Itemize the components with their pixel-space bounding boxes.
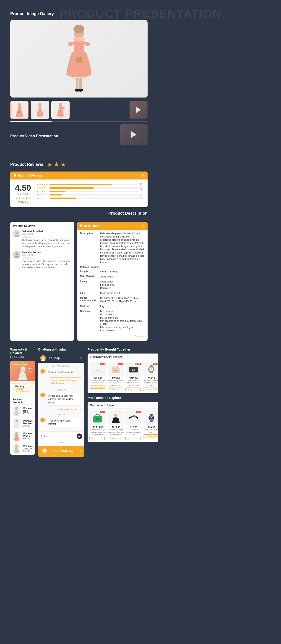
related-item-2[interactable]: Women's Standard $45.00 — [10, 417, 35, 430]
thumbnail-2[interactable] — [31, 101, 49, 119]
sale-badge-4: SALE — [153, 363, 158, 365]
add-to-cart-3[interactable]: 🛒 Add to Cart — [125, 388, 140, 391]
talk-with-us-button[interactable]: Talk With Us ∧ — [38, 446, 84, 457]
thumbnail-4-video[interactable] — [129, 101, 148, 119]
svg-point-27 — [15, 407, 18, 410]
fbt-name-1: Women's LifeStyle Stretch Sandals — [90, 380, 106, 384]
more-items-col-title: More Items to Explore — [88, 396, 158, 400]
view-more-link[interactable]: View More — [80, 334, 145, 338]
more-price-3: $15.00 — [125, 426, 142, 429]
reviews-title: Product Reviews — [10, 162, 43, 167]
rating-header-action[interactable]: ⟳ — [141, 173, 144, 178]
rating-header-label: Rating & Reviews — [18, 174, 43, 177]
svg-point-55 — [133, 415, 135, 416]
video-thumbnail-large[interactable] — [120, 124, 148, 145]
svg-rect-49 — [150, 372, 153, 373]
add-to-cart-1[interactable]: 🛒 Add to Cart — [90, 385, 105, 389]
related-thumb-4 — [12, 444, 21, 453]
desc-label-cautions: Cautions — [80, 310, 98, 332]
chat-close-button[interactable]: ✕ — [79, 356, 82, 360]
thumbnail-1[interactable] — [10, 101, 28, 119]
more-add-to-cart-2[interactable]: 🛒 Add to Cart — [108, 437, 123, 440]
warranty-col: Warranty &Related Products Amazing Offer… — [10, 348, 35, 457]
fbt-price-1: $420.00 — [90, 377, 106, 380]
related-products-title: Related Products — [10, 396, 35, 404]
bar-fill-5 — [49, 184, 112, 185]
bar-track-3 — [49, 191, 138, 192]
talk-btn-icon — [41, 448, 48, 454]
more-add-to-cart-4[interactable]: 🛒 Add to Cart — [143, 434, 158, 438]
more-add-to-cart-1[interactable]: 🛒 Add to Cart — [89, 437, 104, 440]
add-to-cart-2[interactable]: 🛒 Add to Cart — [108, 388, 123, 391]
chat-header: The Shop ✕ — [38, 354, 84, 363]
svg-point-10 — [78, 89, 83, 92]
chat-card: The Shop ✕ 04 APRIL 05:56 PM How can we … — [38, 354, 84, 457]
more-add-label-2: Add to Cart — [112, 437, 121, 440]
bar-fill-1 — [49, 198, 76, 199]
promo-text: JUST FOR YOU — [23, 368, 32, 374]
desc-header-left: ☰ Description — [80, 224, 99, 228]
chat-icon — [43, 450, 46, 453]
fbt-thumb-3: SALE — [125, 362, 141, 376]
bar-count-1: 25 — [139, 197, 144, 199]
slider-bar[interactable] — [10, 121, 148, 122]
cart-icon-3: 🛒 — [127, 388, 129, 390]
sale-badge-3: SALE — [135, 363, 141, 365]
svg-point-33 — [15, 444, 18, 447]
desc-row-measurements: Model measurements Bust 32" / 81 cm, Hei… — [80, 297, 145, 303]
review-content-2: Camelia Arches 2019-2021 ★★★★★ This mist… — [22, 251, 71, 269]
desc-header-close[interactable]: ✕ — [142, 224, 145, 228]
svg-rect-62 — [150, 421, 153, 422]
fbt-name-2: Elite Novelty Triple Compartment Shoulde… — [108, 380, 124, 387]
fbt-price-2: $315.00 — [108, 377, 124, 380]
svg-rect-13 — [18, 111, 20, 113]
chat-msg-avatar-2 — [40, 393, 45, 397]
desc-value-made: Italy — [100, 305, 104, 308]
more-item-3: SALE $15.00 3 FLOWERS HEADBAND Blue 35 🛒… — [125, 410, 142, 440]
svg-rect-30 — [15, 422, 18, 425]
svg-rect-40 — [114, 370, 117, 371]
related-item-4[interactable]: Women's Long Off $29.00 — [10, 442, 35, 455]
star-3: ★ — [60, 161, 66, 168]
fbt-item-4: SALE $1,215 Women's Genuine Gold Star Br… — [143, 362, 158, 391]
thumbnail-3[interactable] — [51, 101, 70, 119]
reviews-desc-row: Product Reviews Saltanat Junelbek 2019-2… — [10, 222, 148, 341]
related-thumb-1 — [12, 406, 21, 416]
related-item-3[interactable]: Women's Wrap Y $85.00 — [10, 430, 35, 442]
talk-expand-icon[interactable]: ∧ — [79, 450, 81, 453]
rating-out-of: Out of 5.00 — [14, 193, 32, 196]
star-2: ★ — [54, 161, 59, 168]
bar-row-2: ★★★★★ 10 — [37, 194, 144, 196]
sundress-svg — [110, 413, 122, 423]
chat-avatar — [40, 355, 46, 361]
fbt-col-title: Frequently Bought Together — [88, 348, 158, 351]
more-add-label-1: Add to Cart — [94, 437, 103, 440]
related-item-1[interactable]: Women's Jade $55.00 — [10, 404, 35, 417]
more-price-1: $1,215.00 — [89, 426, 106, 429]
more-thumb-1: SALE — [89, 410, 106, 425]
more-thumb-2 — [108, 410, 124, 425]
rating-number: 4.50 — [14, 183, 32, 193]
bar-stars-2: ★★★★★ — [37, 194, 48, 196]
bar-fill-3 — [49, 191, 65, 192]
chat-timestamp-2: 05:30 PM — [40, 389, 82, 391]
sm-star-2: ★ — [18, 196, 21, 200]
bar-track-4 — [49, 187, 138, 189]
watch2-svg — [146, 413, 157, 423]
more-add-to-cart-3[interactable]: 🛒 Add to Cart — [125, 437, 140, 440]
reviews-section: Product Reviews ★ ★ ★ ☰ Rating & Reviews… — [0, 161, 158, 341]
related-price-2: $45.00 — [22, 425, 33, 427]
desc-label-material: Main Material — [80, 275, 98, 278]
rating-header: ☰ Rating & Reviews ⟳ — [10, 172, 148, 180]
chat-input[interactable] — [44, 435, 75, 438]
more-name-3: 3 FLOWERS HEADBAND Blue 35 — [125, 429, 142, 436]
chat-send-button[interactable]: ▶ — [77, 434, 82, 439]
sm-star-1: ★ — [15, 196, 18, 200]
chat-timestamp-3: 05:32 PM — [40, 414, 82, 416]
add-to-cart-4[interactable]: 🛒 Add to Cart — [143, 388, 158, 391]
warranty-link[interactable]: / see-Warranty — [14, 390, 30, 392]
play-button-icon — [136, 107, 141, 113]
chat-add-button[interactable]: + — [40, 434, 42, 438]
bar-stars-3: ★★★★★ — [37, 190, 48, 192]
ratings-count: 105 Ratings — [14, 201, 32, 204]
